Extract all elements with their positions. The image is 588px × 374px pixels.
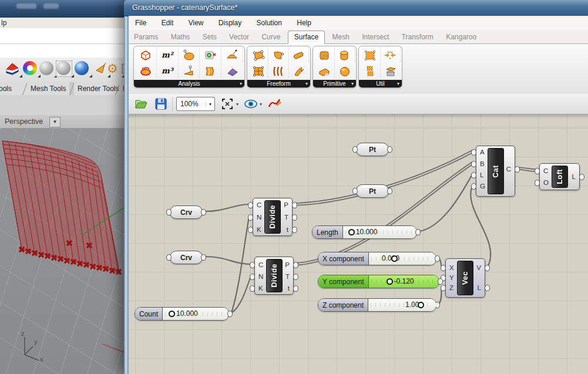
port-o[interactable]: O (543, 178, 549, 187)
slider-count[interactable]: Count 10.000 (135, 307, 229, 321)
cylinder-icon[interactable] (335, 47, 355, 63)
param-crv-1[interactable]: Crv (170, 205, 203, 219)
cone-flag-icon[interactable] (93, 61, 108, 76)
port-a[interactable]: A (480, 148, 485, 156)
port-g[interactable]: G (480, 182, 485, 190)
shaded-sphere-icon[interactable] (39, 61, 55, 76)
port-p[interactable]: P (285, 261, 290, 269)
component-divide-2[interactable]: C N K Divide P T t (254, 257, 294, 295)
tab-vector[interactable]: Vector (224, 31, 254, 41)
slider-x-component[interactable]: X component 0.000 (318, 252, 436, 265)
viewport-title[interactable]: Perspective (5, 117, 43, 126)
open-file-icon[interactable] (133, 96, 149, 112)
port-t-upper[interactable]: T (285, 272, 290, 281)
help-menu-partial[interactable]: lp (1, 19, 6, 27)
wedge-icon[interactable] (314, 63, 335, 79)
tab-transform[interactable]: Transform (397, 31, 439, 41)
preview-eye-icon[interactable] (243, 96, 258, 112)
group-expand-icon[interactable]: ▾ (351, 80, 354, 87)
port-c[interactable]: C (258, 261, 263, 269)
group-label-primitive[interactable]: Primitive▾ (313, 80, 356, 87)
dotted-column-icon[interactable] (360, 63, 381, 79)
group-label-analysis[interactable]: Analysis▾ (134, 80, 244, 87)
port-t-upper[interactable]: T (284, 213, 288, 221)
port-y[interactable]: Y (449, 274, 454, 282)
component-catenary[interactable]: A B L G Cat C (476, 146, 515, 197)
port-c[interactable]: C (257, 201, 261, 209)
grid-patch-icon[interactable] (248, 63, 268, 79)
tab-surface[interactable]: Surface (288, 31, 325, 44)
gradient-pyramid-icon[interactable] (221, 63, 243, 79)
slider-knob[interactable] (391, 255, 398, 262)
color-wheel-icon[interactable] (23, 61, 38, 76)
grasshopper-title-bar[interactable]: Grasshopper - catenarySurface* (124, 0, 588, 16)
chevron-down-icon[interactable]: ▾ (260, 102, 262, 107)
point-on-surface-icon[interactable] (179, 47, 200, 63)
slider-track[interactable]: 10.000 (343, 226, 416, 238)
menu-solution[interactable]: Solution (250, 16, 288, 27)
brep-wave-icon[interactable] (200, 63, 221, 79)
port-c-out[interactable]: C (506, 165, 511, 173)
tab-mesh[interactable]: Mesh (327, 31, 355, 41)
sweep-arrow-icon[interactable] (289, 63, 309, 79)
port-l[interactable]: L (480, 171, 483, 179)
tab-kangaroo[interactable]: Kangaroo (441, 31, 482, 41)
chevron-down-icon[interactable]: ▾ (236, 102, 238, 107)
group-expand-icon[interactable]: ▾ (240, 80, 242, 87)
component-divide-1[interactable]: C N K Divide P T t (253, 198, 293, 236)
sketch-pen-icon[interactable] (267, 96, 282, 112)
group-expand-icon[interactable]: ▾ (305, 80, 308, 87)
slider-z-component[interactable]: 1.000 Z component (318, 298, 436, 312)
viewport-dropdown[interactable]: ▼ (49, 117, 61, 127)
menu-help[interactable]: Help (290, 16, 318, 27)
tab-mesh-tools[interactable]: Mesh Tools (27, 82, 69, 95)
slider-track[interactable]: -0.120 (369, 275, 439, 288)
cone-point-icon[interactable] (179, 63, 200, 79)
curved-blob-icon[interactable] (268, 47, 288, 63)
param-crv-2[interactable]: Crv (170, 251, 203, 264)
m2-area-icon[interactable]: m² (157, 47, 179, 63)
sphere-icon[interactable] (335, 63, 355, 79)
port-l[interactable]: L (572, 173, 576, 181)
group-expand-icon[interactable]: ▾ (397, 80, 399, 87)
slider-knob[interactable] (348, 229, 355, 235)
collapse-arrows-icon[interactable] (381, 47, 401, 63)
slider-track[interactable]: 1.000 (368, 299, 436, 311)
dotted-patch-icon[interactable] (360, 47, 381, 63)
tab-curve[interactable]: Curve (256, 31, 285, 41)
group-label-freeform[interactable]: Freeform▾ (247, 80, 310, 87)
dome-arrow-icon[interactable] (221, 47, 243, 63)
perspective-viewport[interactable]: z y x (0, 128, 124, 374)
tab-params[interactable]: Params (129, 31, 163, 41)
port-p[interactable]: P (284, 201, 288, 209)
port-t-lower[interactable]: t (288, 284, 290, 292)
menu-display[interactable]: Display (212, 16, 248, 27)
slider-knob[interactable] (387, 278, 393, 285)
port-l[interactable]: L (478, 284, 481, 292)
zoom-level-dropdown[interactable]: 100% ▾ (176, 97, 215, 111)
x-box-icon[interactable] (200, 47, 221, 63)
slider-track[interactable]: 0.000 (369, 252, 436, 265)
component-vec[interactable]: X Y Z Vec V L (445, 258, 485, 298)
viewport-title-bar[interactable]: Perspective ▼ (0, 115, 129, 128)
slider-y-component-selected[interactable]: Y component -0.120 (318, 275, 439, 288)
slider-knob[interactable] (169, 311, 175, 317)
save-file-icon[interactable] (153, 96, 169, 112)
slider-track[interactable]: 10.000 (163, 308, 229, 320)
tab-intersect[interactable]: Intersect (357, 31, 394, 41)
port-n[interactable]: N (257, 213, 261, 221)
corner-patch-icon[interactable] (248, 47, 268, 63)
loft-waves-icon[interactable] (268, 63, 288, 79)
menu-view[interactable]: View (182, 16, 210, 27)
tab-maths[interactable]: Maths (166, 31, 196, 41)
menu-file[interactable]: File (129, 16, 153, 27)
port-t-lower[interactable]: t (287, 225, 288, 234)
rendered-sphere-icon[interactable] (75, 61, 90, 76)
port-z[interactable]: Z (449, 284, 453, 292)
capped-box-icon[interactable] (381, 63, 401, 79)
port-c[interactable]: C (543, 167, 548, 175)
m3-volume-icon[interactable]: m³ (157, 63, 179, 79)
port-k[interactable]: K (258, 284, 263, 292)
ghosted-sphere-icon[interactable] (56, 61, 72, 76)
rhino-menu-bar[interactable]: lp (0, 18, 129, 28)
